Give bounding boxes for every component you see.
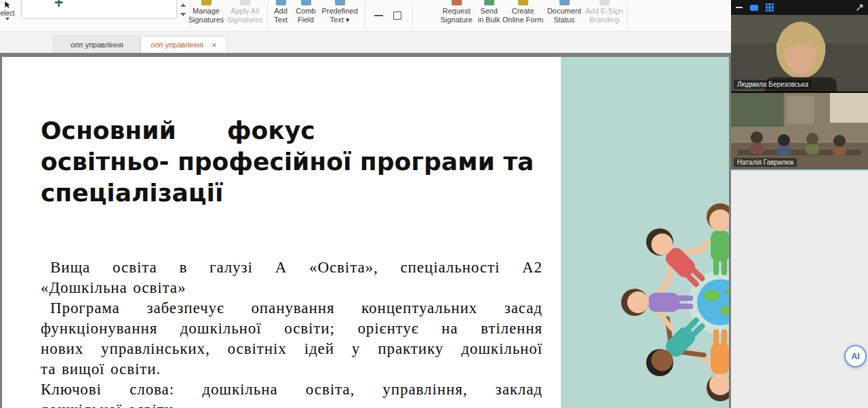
scroll-down-icon[interactable] (180, 13, 186, 16)
square-tool-button[interactable] (389, 0, 406, 31)
request-signature-icon (452, 0, 462, 5)
gallery-view-icon[interactable] (766, 3, 774, 12)
slide-title: Основний фокус освітньо- професійної про… (41, 115, 534, 209)
predefined-text-icon (335, 0, 345, 5)
document-area[interactable]: Основний фокус освітньо- професійної про… (0, 53, 731, 408)
toolbar-divider (627, 2, 628, 29)
tab-close-icon[interactable]: × (212, 41, 217, 49)
screen: elect + Manage Signatures Apply All Sign… (0, 0, 868, 408)
video-tile-2[interactable]: Наталія Гаврилюк (731, 93, 868, 169)
select-tool-label: elect (0, 9, 14, 17)
apply-all-signatures-icon (240, 0, 250, 5)
document-tabbar: опп управління опп управління × (0, 32, 731, 53)
cursor-icon (4, 1, 11, 9)
video-tile-1[interactable]: Людмила Березовська (731, 15, 868, 91)
select-tool-button[interactable]: elect (0, 1, 15, 20)
document-status-button[interactable]: Document Status (542, 0, 586, 31)
dash-icon (374, 15, 383, 16)
minimize-icon[interactable] (736, 7, 743, 8)
scroll-up-icon[interactable] (180, 3, 186, 7)
request-signature-button[interactable]: Request Signature (436, 0, 477, 31)
children-around-globe-illustration (561, 57, 729, 408)
slide-page: Основний фокус освітньо- професійної про… (2, 57, 729, 408)
toolbar-divider (267, 2, 268, 29)
add-text-button[interactable]: Add Text (269, 0, 293, 31)
predefined-text-button[interactable]: Predefined Text ▾ (319, 0, 361, 31)
comb-field-button[interactable]: Comb Field (293, 0, 319, 31)
tab-opp-upravlinnia-2[interactable]: опп управління × (140, 36, 227, 53)
manage-signatures-icon (201, 0, 212, 5)
toolbar-divider (412, 2, 413, 29)
signature-preview-box[interactable]: + (21, 0, 177, 19)
participant-name: Наталія Гаврилюк (734, 158, 797, 167)
slide-body-text: Вища освіта в галузі А «Освіта», спеціал… (41, 258, 542, 408)
add-text-icon (276, 0, 286, 5)
add-esign-branding-icon (599, 0, 610, 5)
create-online-form-icon (518, 0, 528, 5)
add-signature-plus-icon[interactable]: + (54, 0, 63, 11)
comb-field-icon (301, 0, 311, 5)
zoom-video-window: Людмила Березовська Наталія Гаврилюк (731, 0, 868, 171)
dash-tool-button[interactable] (370, 0, 387, 31)
ai-assistant-button[interactable]: AI (844, 345, 867, 367)
fullscreen-icon[interactable] (856, 4, 863, 12)
add-esign-branding-button[interactable]: Add E-Sign Branding (583, 0, 626, 31)
send-in-bulk-button[interactable]: Send in Bulk (475, 0, 502, 31)
tab-opp-upravlinnia-1[interactable]: опп управління (54, 36, 140, 53)
manage-signatures-button[interactable]: Manage Signatures (187, 0, 225, 31)
square-icon (393, 12, 401, 20)
create-online-form-button[interactable]: Create Online Form (501, 0, 545, 31)
document-status-icon (559, 0, 570, 5)
ai-assistant-label: AI (852, 352, 860, 361)
participant-name: Людмила Березовська (734, 80, 812, 89)
send-in-bulk-icon (484, 0, 494, 5)
signature-list-scroller[interactable] (178, 1, 188, 19)
toolbar-divider (365, 2, 366, 29)
apply-all-signatures-button[interactable]: Apply All Signatures (226, 0, 264, 31)
slide-illustration-panel (561, 57, 729, 408)
speaker-view-icon[interactable] (750, 5, 758, 11)
zoom-titlebar (731, 0, 868, 15)
chevron-down-icon (5, 18, 9, 20)
